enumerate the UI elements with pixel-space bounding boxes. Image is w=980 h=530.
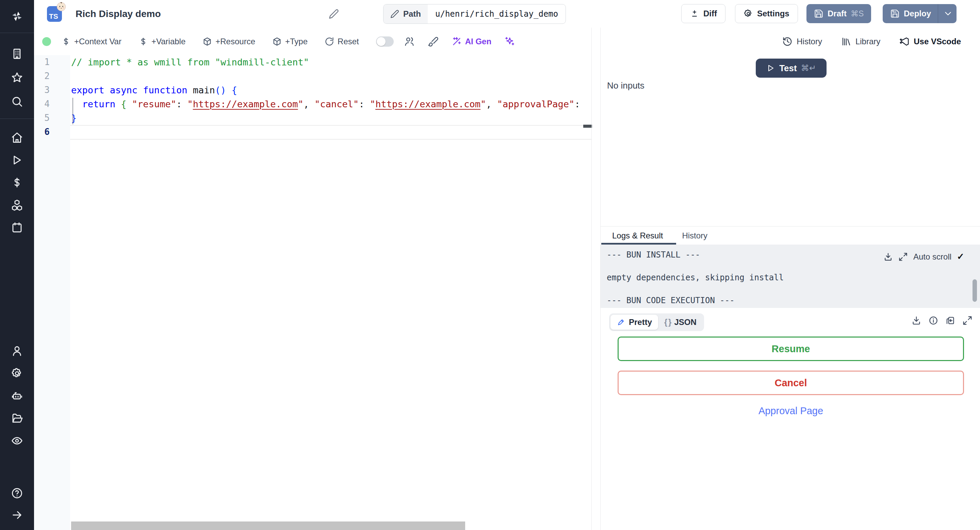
expand-logs-icon[interactable] [898,252,908,262]
sidebar-expand-button[interactable] [11,509,23,521]
copy-result-icon[interactable] [945,315,956,326]
download-result-icon[interactable] [911,315,921,326]
add-type-button[interactable]: +Type [272,37,308,46]
library-button[interactable]: Library [841,37,880,47]
history-button[interactable]: History [782,37,822,47]
line-number: 2 [34,69,50,83]
code-line[interactable]: 3export async function main() { [34,83,592,97]
add-variable-button[interactable]: +Variable [138,37,185,46]
test-shortcut: ⌘↵ [801,63,816,73]
code-text: } [71,111,76,125]
format-brush-icon[interactable] [428,36,439,47]
add-context-var-button[interactable]: +Context Var [61,37,121,46]
approval-page-link[interactable]: Approval Page [617,405,964,417]
download-logs-icon[interactable] [883,252,893,262]
history-clock-icon [782,37,792,47]
sidebar-item-search[interactable] [11,95,23,108]
editor-toolbar: +Context Var +Variable +Resource +Type R… [34,27,980,55]
diff-icon [690,9,699,18]
resume-button[interactable]: Resume [617,337,964,361]
sidebar-item-schedules[interactable] [11,221,23,234]
sidebar-item-settings[interactable] [11,367,23,380]
edit-summary-button[interactable] [327,8,340,21]
diff-button[interactable]: Diff [681,4,725,23]
expand-result-icon[interactable] [962,315,972,326]
code-line[interactable]: 2 [34,69,592,83]
pretty-view-button[interactable]: Pretty [611,315,658,330]
play-icon [766,64,775,73]
diff-label: Diff [703,9,717,18]
add-resource-button[interactable]: +Resource [202,37,255,46]
test-label: Test [779,63,797,73]
info-icon[interactable] [928,315,939,326]
draft-button[interactable]: Draft ⌘S [807,4,871,23]
tab-history[interactable]: History [682,231,708,241]
code-line[interactable]: 5} [34,111,592,125]
line-number: 3 [34,83,50,97]
use-vscode-button[interactable]: Use VScode [899,37,961,47]
code-line[interactable]: 1// import * as wmill from "windmill-cli… [34,55,592,69]
pretty-label: Pretty [629,318,652,327]
sidebar-item-variables[interactable] [11,176,23,189]
path-label-segment[interactable]: Path [383,5,428,24]
line-number: 1 [34,55,50,69]
sidebar-item-users[interactable] [11,345,23,357]
draft-shortcut: ⌘S [851,9,864,18]
typescript-badge-label: TS [49,12,58,21]
sidebar-item-workers[interactable] [11,390,23,402]
settings-label: Settings [757,9,789,18]
log-line: empty dependencies, skipping install [607,273,980,283]
json-view-button[interactable]: { } JSON [658,318,703,327]
code-line[interactable]: 4 return { "resume": "https://example.co… [34,97,592,111]
deploy-button[interactable]: Deploy [883,4,956,23]
path-value[interactable]: u/henri/rich_display_demo [428,5,566,24]
assistant-toggle[interactable] [376,37,394,47]
library-label: Library [856,37,880,46]
current-line-highlight [70,125,592,140]
sidebar-item-folders[interactable] [11,412,23,425]
no-inputs-text: No inputs [607,80,644,91]
sidebar-item-audit-logs[interactable] [11,435,23,447]
sidebar-item-home[interactable] [11,131,23,144]
chevron-down-icon[interactable] [943,8,953,19]
code-text: export async function main() { [71,83,237,97]
cancel-button[interactable]: Cancel [617,370,964,395]
editor-horizontal-scrollbar[interactable] [71,522,465,530]
sidebar-item-help[interactable] [11,487,23,499]
tab-logs-result[interactable]: Logs & Result [612,231,663,241]
sparkles-icon[interactable] [504,36,515,47]
dollar-icon [138,37,148,46]
reset-button[interactable]: Reset [325,37,359,46]
add-variable-label: +Variable [151,37,185,46]
gear-icon [743,9,753,18]
multiplayer-icon[interactable] [404,36,415,47]
code-text: return { "resume": "https://example.com"… [71,97,580,111]
sidebar-item-resources[interactable] [11,199,23,211]
line-number: 4 [34,97,50,111]
magic-wand-icon [452,37,462,47]
draft-label: Draft [827,9,846,18]
settings-button[interactable]: Settings [735,4,798,23]
auto-scroll-checkbox[interactable]: ✓ [957,251,964,262]
page-title: Rich Display demo [76,0,161,27]
reset-label: Reset [337,37,359,46]
dollar-icon [61,37,71,46]
path-selector[interactable]: Path u/henri/rich_display_demo [383,4,566,24]
sidebar-item-workspace[interactable] [11,48,23,60]
json-label: JSON [674,318,696,327]
windmill-logo[interactable] [11,10,23,22]
indent-guide [73,98,73,125]
ai-gen-button[interactable]: AI Gen [452,37,492,47]
vscode-icon [899,37,910,47]
braces-icon: { } [664,318,671,327]
path-label: Path [403,9,421,19]
pen-nib-icon [617,318,625,327]
sidebar-item-runs[interactable] [11,154,23,166]
sidebar-item-favorites[interactable] [11,72,23,84]
log-scrollbar-thumb[interactable] [972,279,977,302]
add-resource-label: +Resource [215,37,255,46]
test-button[interactable]: Test ⌘↵ [756,59,827,78]
code-text: // import * as wmill from "windmill-clie… [71,55,309,69]
log-toolbar: Auto scroll ✓ [883,251,964,262]
sidebar-divider [0,118,34,119]
